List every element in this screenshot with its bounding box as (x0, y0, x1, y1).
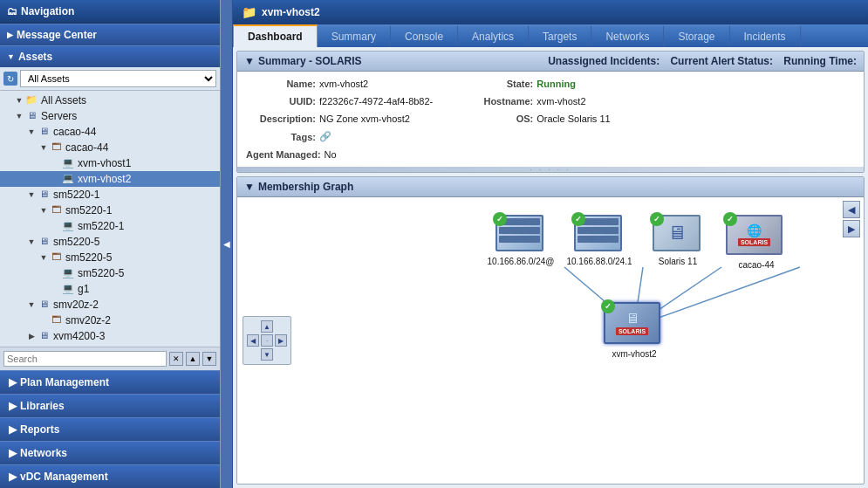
tab-analytics[interactable]: Analytics (458, 25, 529, 47)
tree-item-xvm4200-3-group[interactable]: ▶ 🖥 xvm4200-3 (0, 328, 220, 344)
tree-item-sm5220-5[interactable]: ▼ 🗔 sm5220-5 (0, 250, 220, 265)
tree-item-sm5220-1[interactable]: ▼ 🗔 sm5220-1 (0, 203, 220, 218)
vm-icon: 💻 (61, 220, 75, 232)
sidebar-item-reports[interactable]: ▶ Reports (0, 417, 220, 441)
tab-console[interactable]: Console (391, 25, 458, 47)
tree-arrow-cacao44: ▼ (38, 143, 49, 152)
zone-icon: 🗔 (49, 204, 63, 217)
tab-storage[interactable]: Storage (664, 25, 729, 47)
assets-toolbar: ↻ All Assets Servers Networks Storage (0, 67, 220, 91)
server-icon: 🖥 (37, 330, 51, 342)
tree-arrow-smv20z2g: ▼ (26, 300, 37, 309)
tree-label: sm5220-5 (65, 251, 112, 264)
tree-label: cacao-44 (53, 126, 96, 138)
check-badge-xvm: ✓ (601, 299, 615, 313)
zoom-fit-button[interactable]: ◀ (843, 201, 860, 218)
node-label-xvm-vhost2: xvm-vhost2 (612, 349, 656, 359)
tree-label: smv20z-2 (65, 314, 111, 326)
tree-item-sm5220-1-group[interactable]: ▼ 🖥 sm5220-1 (0, 187, 220, 203)
node-label-net1: 10.166.86.0/24@ (488, 257, 555, 266)
check-badge-net1: ✓ (493, 212, 507, 226)
tab-networks[interactable]: Networks (591, 25, 664, 47)
search-down-button[interactable]: ▼ (202, 352, 216, 366)
search-up-button[interactable]: ▲ (186, 352, 200, 366)
graph-node-solaris11[interactable]: 🖥 ✓ Solaris 11 (643, 215, 713, 266)
tree-item-sm5220-1-child[interactable]: 💻 sm5220-1 (0, 218, 220, 234)
navigation-header: 🗂 Navigation (0, 0, 220, 24)
membership-panel-header: ▼ Membership Graph (237, 177, 864, 197)
tags-icon[interactable]: 🔗 (319, 131, 331, 142)
tree-label: smv20z-2 (53, 299, 99, 311)
sidebar-item-libraries[interactable]: ▶ Libraries (0, 394, 220, 417)
assets-arrow: ▼ (7, 52, 15, 61)
check-badge-solaris11: ✓ (650, 212, 664, 226)
summary-collapse-icon[interactable]: ▼ (244, 55, 255, 67)
search-clear-button[interactable]: ✕ (169, 352, 183, 366)
assets-dropdown[interactable]: All Assets Servers Networks Storage (20, 70, 216, 87)
graph-node-xvm-vhost2[interactable]: 🖥 SOLARIS ✓ xvm-vhost2 (599, 302, 669, 359)
search-input[interactable] (3, 351, 167, 367)
tab-summary[interactable]: Summary (318, 25, 391, 47)
tree-item-cacao-44-group[interactable]: ▼ 🖥 cacao-44 (0, 124, 220, 140)
tree-arrow-sm5220-5: ▼ (38, 253, 49, 262)
pan-down-button[interactable]: ▼ (261, 348, 273, 361)
refresh-button[interactable]: ↻ (3, 72, 17, 86)
assets-label: Assets (18, 51, 52, 63)
sidebar: 🗂 Navigation ▶ Message Center ▼ Assets ↻… (0, 0, 221, 488)
server-icon: 🖥 (37, 299, 51, 311)
membership-panel-title: Membership Graph (258, 181, 353, 193)
server-icon: 🖥 (37, 236, 51, 248)
tree-item-cacao-44[interactable]: ▼ 🗔 cacao-44 (0, 140, 220, 155)
tree-label: cacao-44 (65, 141, 108, 154)
tree-item-xvm-vhost2[interactable]: 💻 xvm-vhost2 (0, 171, 220, 187)
sidebar-section-message-center[interactable]: ▶ Message Center (0, 24, 220, 45)
tree-arrow-all-assets: ▼ (14, 96, 24, 105)
zone-icon: 🗔 (49, 314, 63, 326)
sidebar-item-plan-management[interactable]: ▶ Plan Management (0, 370, 220, 394)
sidebar-item-networks[interactable]: ▶ Networks (0, 441, 220, 464)
tree-label: sm5220-5 (53, 236, 99, 248)
membership-collapse-icon[interactable]: ▼ (244, 181, 255, 193)
pan-center-button[interactable]: · (261, 334, 273, 347)
tree-item-all-assets[interactable]: ▼ 📁 All Assets (0, 93, 220, 108)
tree-item-smv20z-2[interactable]: 🗔 smv20z-2 (0, 313, 220, 328)
vm-icon-selected: 💻 (61, 173, 75, 185)
tree-item-smv20z-2-group[interactable]: ▼ 🖥 smv20z-2 (0, 297, 220, 313)
sidebar-section-assets[interactable]: ▼ Assets (0, 45, 220, 67)
servers-icon: 🖥 (24, 110, 38, 122)
zone-icon: 🗔 (49, 141, 63, 154)
pan-up-button[interactable]: ▲ (261, 320, 273, 333)
search-bar: ✕ ▲ ▼ (0, 347, 220, 370)
field-state: State: Running (463, 77, 680, 91)
tree-label: sm5220-5 (78, 267, 124, 279)
zoom-controls: ◀ ▶ (843, 201, 860, 237)
sidebar-collapse-button[interactable]: ◀ (221, 0, 233, 488)
tab-targets[interactable]: Targets (529, 25, 591, 47)
vm-icon: 💻 (61, 267, 75, 279)
tab-incidents[interactable]: Incidents (730, 25, 801, 47)
tree-arrow-cacao44g: ▼ (26, 127, 37, 136)
check-badge-net2: ✓ (571, 212, 585, 226)
tree-item-xvm-vhost1[interactable]: 💻 xvm-vhost1 (0, 155, 220, 171)
tab-dashboard[interactable]: Dashboard (233, 24, 318, 47)
zoom-expand-button[interactable]: ▶ (843, 220, 860, 237)
graph-node-net2[interactable]: ✓ 10.166.88.0/24.1 (564, 215, 634, 266)
tree-item-servers[interactable]: ▼ 🖥 Servers (0, 108, 220, 124)
tree-arrow-sm5220-1: ▼ (38, 206, 49, 215)
pan-right-button[interactable]: ▶ (275, 334, 287, 347)
tree-arrow-sm5220-5g: ▼ (26, 237, 37, 246)
tree-item-g1[interactable]: 💻 g1 (0, 281, 220, 297)
unassigned-incidents-label: Unassigned Incidents: (548, 55, 660, 67)
summary-panel: ▼ Summary - SOLARIS Unassigned Incidents… (236, 51, 865, 173)
sidebar-item-vdc-management[interactable]: ▶ vDC Management (0, 464, 220, 488)
tree-item-sm5220-5-group[interactable]: ▼ 🖥 sm5220-5 (0, 234, 220, 250)
graph-node-cacao44[interactable]: 🌐 SOLARIS ✓ cacao-44 (721, 215, 791, 270)
tree-item-sm5220-5-child[interactable]: 💻 sm5220-5 (0, 265, 220, 281)
tree-label: All Assets (41, 94, 86, 107)
node-label-cacao44: cacao-44 (738, 260, 774, 270)
main-title: xvm-vhost2 (262, 6, 320, 18)
graph-node-net1[interactable]: ✓ 10.166.86.0/24@ (486, 215, 556, 266)
pan-left-button[interactable]: ◀ (247, 334, 259, 347)
alert-status-label: Current Alert Status: (670, 55, 773, 67)
summary-right-labels: Unassigned Incidents: Current Alert Stat… (548, 55, 857, 67)
